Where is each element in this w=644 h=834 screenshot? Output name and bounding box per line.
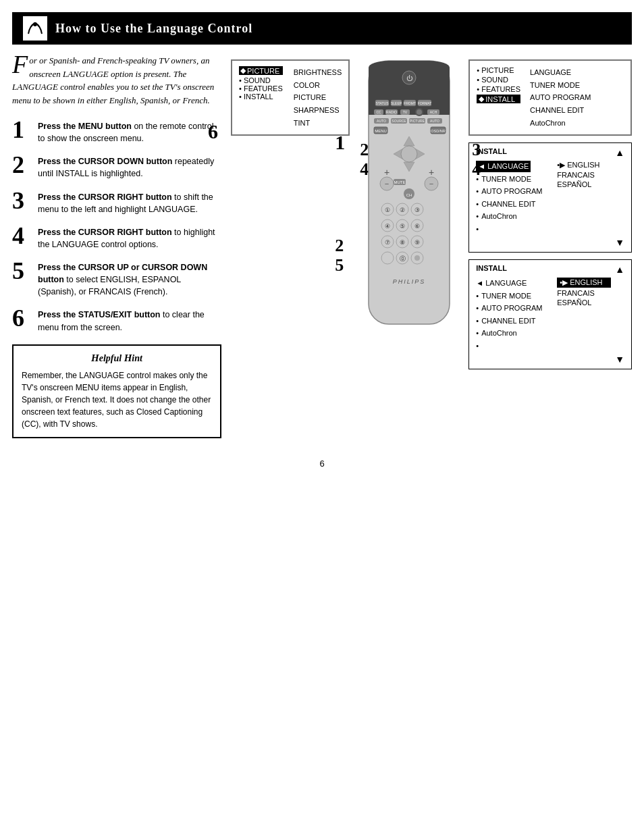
svg-text:AUTO: AUTO — [377, 119, 386, 123]
step-3: 3 Press the CURSOR RIGHT button to shift… — [12, 188, 221, 215]
svg-point-74 — [414, 255, 420, 261]
install-p2-auto2: • AutoChron — [476, 328, 550, 339]
osd-menu-1: ◆PICTURE • SOUND • FEATURES • INSTALL BR… — [231, 59, 350, 136]
step-5-text: Press the CURSOR UP or CURSOR DOWN butto… — [38, 259, 221, 298]
steps-list: 1 Press the MENU button on the remote co… — [12, 118, 221, 334]
right-panel: ◆PICTURE • SOUND • FEATURES • INSTALL BR… — [231, 54, 632, 438]
install-panel-1-title: INSTALL ▲ — [476, 147, 624, 158]
install-p2-channel: • CHANNEL EDIT — [476, 315, 550, 327]
step-3-text: Press the CURSOR RIGHT button to shift t… — [38, 188, 221, 215]
svg-text:ACH: ACH — [430, 110, 437, 114]
osd-menu-2: • PICTURE • SOUND • FEATURES ◆INSTALL LA… — [468, 59, 632, 136]
install-p1-arrow-down: ▼ — [476, 237, 624, 248]
page-wrapper: How to Use the Language Control For or S… — [0, 12, 644, 469]
main-content: For or Spanish- and French-speaking TV o… — [12, 45, 632, 438]
svg-text:SOURCE: SOURCE — [392, 119, 407, 123]
menu1-left: ◆PICTURE • SOUND • FEATURES • INSTALL — [239, 66, 283, 129]
svg-text:+: + — [429, 167, 434, 178]
install-p2-auto: • AUTO PROGRAM — [476, 303, 550, 314]
install-panel-2: INSTALL ▲ ◄ LANGUAGE • TUNER MODE — [468, 259, 632, 369]
intro-body: or or Spanish- and French-speaking TV ow… — [12, 55, 214, 105]
install-p2-dot: • — [476, 340, 550, 352]
svg-text:②: ② — [400, 207, 405, 213]
svg-rect-0 — [26, 19, 45, 38]
install-p1-tuner: • TUNER MODE — [476, 174, 550, 185]
step-6-number: 6 — [12, 306, 31, 330]
step-6-text: Press the STATUS/EXIT button to clear th… — [38, 306, 221, 333]
header-title: How to Use the Language Control — [55, 22, 252, 36]
svg-point-70 — [381, 252, 394, 264]
right-menus-col: • PICTURE • SOUND • FEATURES ◆INSTALL LA… — [468, 59, 632, 369]
remote-control: ⏻ STATUS SLEEP FROMT FORMAT CC — [355, 54, 463, 340]
install-p1-lang: ◄ LANGUAGE — [476, 161, 550, 172]
svg-text:PHILIPS: PHILIPS — [393, 278, 426, 285]
svg-text:−: − — [385, 180, 389, 188]
left-column: For or Spanish- and French-speaking TV o… — [12, 54, 221, 438]
menu1-right: BRIGHTNESS COLOR PICTURE SHARPNESS TINT — [294, 66, 342, 129]
step-badge-1: 1 — [335, 131, 345, 154]
install-p1-auto2: • AutoChron — [476, 211, 550, 222]
step-2-text: Press the CURSOR DOWN button repeatedly … — [38, 153, 221, 180]
step-1: 1 Press the MENU button on the remote co… — [12, 118, 221, 145]
install-p2-arrow-down: ▼ — [476, 354, 624, 365]
install-p1-left: ◄ LANGUAGE • TUNER MODE • AUTO PROGRAM •… — [476, 161, 550, 236]
step-badge-6: 6 — [208, 120, 218, 143]
svg-text:CC: CC — [377, 110, 382, 114]
svg-text:TV: TV — [403, 110, 408, 114]
step-4: 4 Press the CURSOR RIGHT button to highl… — [12, 224, 221, 251]
svg-text:①: ① — [385, 207, 390, 213]
step-5: 5 Press the CURSOR UP or CURSOR DOWN but… — [12, 259, 221, 298]
install-p2-left: ◄ LANGUAGE • TUNER MODE • AUTO PROGRAM •… — [476, 278, 550, 353]
install-panel-1-body: ◄ LANGUAGE • TUNER MODE • AUTO PROGRAM •… — [476, 161, 624, 236]
step-2-number: 2 — [12, 153, 31, 177]
svg-text:⏻: ⏻ — [406, 75, 413, 82]
svg-text:⑧: ⑧ — [400, 239, 405, 246]
step-badge-25: 2 5 — [335, 236, 344, 275]
install-p2-tuner: • TUNER MODE — [476, 290, 550, 302]
svg-text:OSD/NR: OSD/NR — [431, 129, 446, 133]
step-1-text: Press the MENU button on the remote cont… — [38, 118, 221, 145]
hint-title: Helpful Hint — [22, 353, 212, 364]
svg-text:MENU: MENU — [375, 129, 387, 133]
install-panel-1: INSTALL ▲ ◄ LANGUAGE • TUNER MODE — [468, 142, 632, 253]
page-header: How to Use the Language Control — [12, 12, 632, 45]
svg-point-41 — [401, 146, 417, 162]
step-4-number: 4 — [12, 224, 31, 248]
step-6: 6 Press the STATUS/EXIT button to clear … — [12, 306, 221, 333]
svg-text:MUTE: MUTE — [394, 180, 406, 184]
svg-text:⑦: ⑦ — [385, 239, 390, 246]
svg-text:RADIO: RADIO — [386, 110, 397, 114]
page-number: 6 — [0, 459, 644, 469]
svg-text:CH: CH — [406, 193, 412, 197]
install-p1-right: •▶ ENGLISH FRANCAIS ESPAÑOL — [557, 161, 611, 236]
step-2: 2 Press the CURSOR DOWN button repeatedl… — [12, 153, 221, 180]
intro-text: For or Spanish- and French-speaking TV o… — [12, 54, 221, 107]
svg-text:+: + — [384, 167, 390, 178]
install-p2-right: •▶ ENGLISH FRANCAIS ESPAÑOL — [557, 278, 611, 353]
svg-text:FROMT: FROMT — [404, 101, 416, 105]
install-p1-auto: • AUTO PROGRAM — [476, 186, 550, 197]
svg-text:STATUS: STATUS — [376, 101, 390, 105]
step-badge-34: 3 4 — [472, 140, 481, 179]
install-p1-dot: • — [476, 224, 550, 235]
svg-text:⑤: ⑤ — [400, 223, 405, 230]
svg-text:−: − — [429, 180, 433, 188]
svg-text:SLEEP: SLEEP — [391, 101, 402, 105]
svg-text:AUTO: AUTO — [430, 119, 439, 123]
hint-text: Remember, the LANGUAGE control makes onl… — [22, 369, 212, 430]
svg-text:⓪: ⓪ — [400, 255, 406, 262]
svg-text:PICTURE: PICTURE — [410, 119, 425, 123]
svg-text:③: ③ — [414, 207, 420, 213]
svg-point-22 — [417, 109, 422, 115]
svg-point-1 — [33, 22, 37, 26]
svg-text:④: ④ — [385, 223, 390, 230]
install-panel-2-title: INSTALL ▲ — [476, 264, 624, 275]
menu2-left: • PICTURE • SOUND • FEATURES ◆INSTALL — [477, 66, 520, 129]
step-5-number: 5 — [12, 259, 31, 283]
step-1-number: 1 — [12, 118, 31, 142]
menu2-right: LANGUAGE TUNER MODE AUTO PROGRAM CHANNEL… — [530, 66, 591, 129]
svg-text:⑥: ⑥ — [414, 223, 420, 230]
svg-text:FORMAT: FORMAT — [418, 101, 432, 105]
header-icon — [23, 16, 47, 41]
step-4-text: Press the CURSOR RIGHT button to highlig… — [38, 224, 221, 251]
